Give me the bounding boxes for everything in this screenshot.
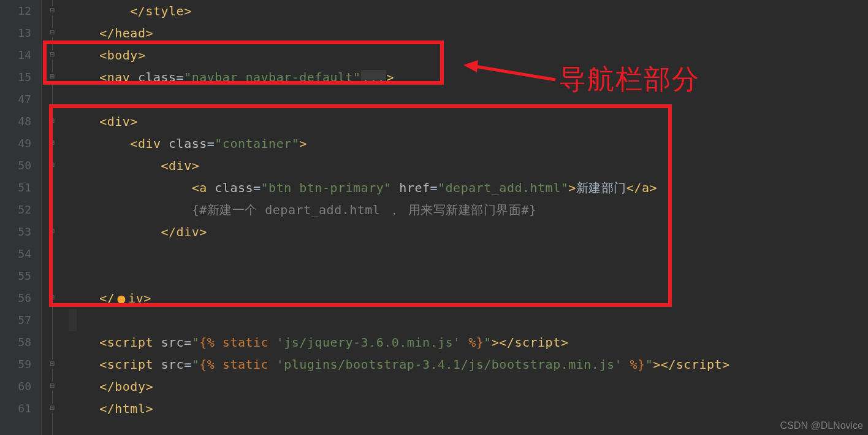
code-line[interactable]: <div> [69, 155, 868, 177]
code-line[interactable]: <a class="btn btn-primary" href="depart_… [69, 177, 868, 199]
code-line[interactable]: <script src="{% static 'js/jquery-3.6.0.… [69, 331, 868, 353]
fold-marker-close-icon[interactable]: ⊟ [48, 293, 57, 302]
line-number: 60 [0, 375, 41, 398]
fold-marker-close-icon[interactable]: ⊟ [48, 6, 57, 15]
code-line[interactable] [69, 243, 868, 265]
code-line[interactable] [69, 265, 868, 287]
line-number: 57 [0, 309, 41, 331]
line-number: 13 [0, 22, 41, 44]
code-line[interactable]: {#新建一个 depart_add.html ， 用来写新建部门界面#} [69, 199, 868, 221]
fold-marker-close-icon[interactable]: ⊟ [48, 404, 57, 413]
code-line[interactable]: <div> [69, 110, 868, 133]
line-number: 56 [0, 287, 41, 309]
code-editor[interactable]: 12 13 14 15 47 48 49 50 51 52 53 54 55 5… [0, 0, 868, 435]
code-line[interactable]: <script src="{% static 'plugins/bootstra… [69, 353, 868, 375]
code-line[interactable]: <body> [69, 44, 868, 66]
line-number: 15 [0, 66, 41, 88]
fold-marker-open-icon[interactable]: ⊟ [48, 50, 57, 60]
code-line-current[interactable] [69, 309, 868, 331]
intention-bulb-icon[interactable] [115, 293, 128, 306]
fold-marker-close-icon[interactable]: ⊟ [48, 382, 57, 391]
watermark: CSDN @DLNovice [780, 420, 863, 431]
line-number: 53 [0, 221, 41, 243]
code-line[interactable]: <nav class="navbar navbar-default"...> [69, 66, 868, 88]
fold-column[interactable]: ⊟ ⊟ ⊟ ⊞ ⊟ ⊟ ⊟ ⊟ ⊟ ⊟ ⊟ ⊟ [42, 0, 64, 435]
line-number: 48 [0, 110, 41, 133]
fold-marker-close-icon[interactable]: ⊟ [48, 227, 57, 236]
line-number: 12 [0, 0, 41, 22]
line-number: 50 [0, 155, 41, 177]
line-number: 14 [0, 44, 41, 66]
code-line[interactable]: </head> [69, 22, 868, 44]
code-area[interactable]: </style> </head> <body> <nav class="navb… [64, 0, 868, 435]
line-number: 61 [0, 398, 41, 420]
code-line[interactable]: </style> [69, 0, 868, 22]
fold-marker-open-icon[interactable]: ⊟ [48, 139, 57, 148]
fold-marker-open-icon[interactable]: ⊟ [48, 360, 57, 369]
line-number: 52 [0, 199, 41, 221]
template-comment: {#新建一个 depart_add.html ， 用来写新建部门界面#} [192, 202, 537, 217]
fold-marker-open-icon[interactable]: ⊟ [48, 161, 57, 170]
line-number: 58 [0, 331, 41, 353]
annotation-label: 导航栏部分 [559, 61, 700, 98]
line-number: 59 [0, 353, 41, 375]
line-number: 54 [0, 243, 41, 265]
code-line[interactable]: <div class="container"> [69, 133, 868, 155]
code-line[interactable] [69, 88, 868, 110]
fold-marker-close-icon[interactable]: ⊟ [48, 28, 57, 37]
line-number: 51 [0, 177, 41, 199]
fold-marker-expand-icon[interactable]: ⊞ [48, 72, 57, 82]
code-line[interactable]: </body> [69, 375, 868, 398]
line-number-gutter: 12 13 14 15 47 48 49 50 51 52 53 54 55 5… [0, 0, 42, 435]
folded-ellipsis[interactable]: ... [361, 70, 387, 85]
code-line[interactable]: </div> [69, 221, 868, 243]
caret-line-highlight [69, 309, 77, 331]
fold-guide-line [52, 0, 53, 435]
code-line[interactable]: </iv> [69, 287, 868, 309]
line-number: 49 [0, 133, 41, 155]
fold-marker-open-icon[interactable]: ⊟ [48, 117, 57, 126]
line-number: 55 [0, 265, 41, 287]
line-number: 47 [0, 88, 41, 110]
code-line[interactable]: </html> [69, 398, 868, 420]
